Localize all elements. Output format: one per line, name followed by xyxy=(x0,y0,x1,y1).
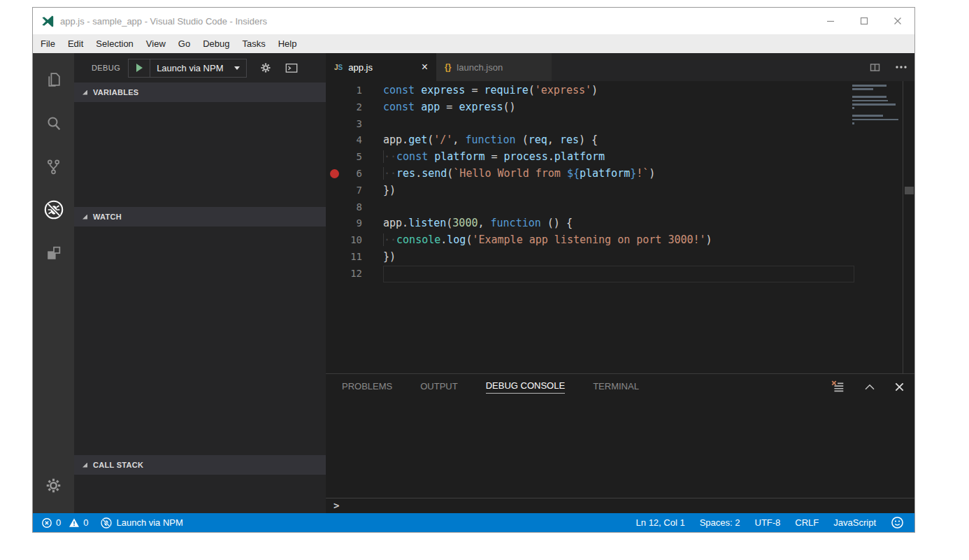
chevron-expanded-icon xyxy=(82,215,87,220)
tab-launch-json[interactable]: {}launch.json xyxy=(436,53,552,81)
breakpoint-gutter[interactable] xyxy=(326,182,343,199)
debug-console-input[interactable]: > xyxy=(326,498,914,513)
sidebar-title: DEBUG xyxy=(92,64,120,72)
line-content: const app = express() xyxy=(362,99,516,116)
configure-gear-icon[interactable] xyxy=(259,62,272,74)
code-line-1[interactable]: 1const express = require('express') xyxy=(326,82,914,99)
status-spaces-2[interactable]: Spaces: 2 xyxy=(700,517,740,528)
open-console-icon[interactable] xyxy=(285,62,299,74)
status-utf-8[interactable]: UTF-8 xyxy=(755,517,781,528)
menu-view[interactable]: View xyxy=(140,34,172,53)
breakpoint-gutter[interactable] xyxy=(326,266,343,282)
section-label: VARIABLES xyxy=(93,88,138,96)
close-tab-icon[interactable]: × xyxy=(422,62,428,73)
breakpoint-gutter[interactable] xyxy=(326,249,343,266)
code-line-10[interactable]: 10··console.log('Example app listening o… xyxy=(326,232,914,249)
breakpoint-gutter[interactable] xyxy=(326,215,343,232)
line-number: 1 xyxy=(343,82,362,99)
prompt-chevron: > xyxy=(333,500,339,511)
status-javascript[interactable]: JavaScript xyxy=(833,517,876,528)
menu-debug[interactable]: Debug xyxy=(196,34,236,53)
scrollbar-thumb[interactable] xyxy=(905,187,914,194)
errors-icon xyxy=(41,517,52,529)
menu-go[interactable]: Go xyxy=(172,34,196,53)
breakpoint-gutter[interactable] xyxy=(326,232,343,249)
window-controls xyxy=(814,8,914,34)
code-line-3[interactable]: 3 xyxy=(326,116,914,133)
panel-tab-output[interactable]: OUTPUT xyxy=(420,381,457,393)
maximize-panel-icon[interactable] xyxy=(863,382,876,392)
bottom-panel: PROBLEMSOUTPUTDEBUG CONSOLETERMINAL > xyxy=(326,373,914,513)
breakpoint-gutter[interactable] xyxy=(326,99,343,116)
code-line-2[interactable]: 2const app = express() xyxy=(326,99,914,116)
breakpoint-icon[interactable] xyxy=(330,169,339,178)
minimap[interactable] xyxy=(852,85,898,130)
debug-no-bug-icon xyxy=(100,517,113,529)
code-line-6[interactable]: 6··res.send(`Hello World from ${platform… xyxy=(326,166,914,182)
menu-edit[interactable]: Edit xyxy=(62,34,89,53)
section-label: WATCH xyxy=(93,213,122,221)
split-editor-icon[interactable] xyxy=(869,62,881,73)
minimize-button[interactable] xyxy=(814,8,847,34)
menu-file[interactable]: File xyxy=(34,34,62,53)
code-line-8[interactable]: 8 xyxy=(326,199,914,216)
menu-tasks[interactable]: Tasks xyxy=(236,34,271,53)
breakpoint-gutter[interactable] xyxy=(326,132,343,149)
json-braces-icon: {} xyxy=(445,62,451,72)
section-watch[interactable]: WATCH xyxy=(74,207,326,227)
code-line-4[interactable]: 4app.get('/', function (req, res) { xyxy=(326,132,914,149)
clear-console-icon[interactable] xyxy=(830,379,845,394)
menu-bar: FileEditSelectionViewGoDebugTasksHelp xyxy=(33,34,914,53)
tab-app-js[interactable]: JSapp.js× xyxy=(326,53,436,81)
code-line-11[interactable]: 11}) xyxy=(326,249,914,266)
close-window-button[interactable] xyxy=(881,8,914,34)
close-panel-icon[interactable] xyxy=(894,382,905,392)
line-number: 3 xyxy=(343,116,362,133)
more-actions-icon[interactable] xyxy=(895,65,907,69)
menu-selection[interactable]: Selection xyxy=(89,34,139,53)
code-line-12[interactable]: 12 xyxy=(326,266,914,282)
breakpoint-gutter[interactable] xyxy=(326,199,343,216)
code-line-5[interactable]: 5··const platform = process.platform xyxy=(326,149,914,166)
chevron-expanded-icon xyxy=(82,463,87,468)
code-line-9[interactable]: 9app.listen(3000, function () { xyxy=(326,215,914,232)
warning-count: 0 xyxy=(83,517,88,528)
problems-status[interactable]: 0 0 xyxy=(41,517,88,529)
extensions-icon[interactable] xyxy=(33,236,74,270)
line-number: 10 xyxy=(343,232,362,249)
breakpoint-gutter[interactable] xyxy=(326,116,343,133)
panel-tab-debug-console[interactable]: DEBUG CONSOLE xyxy=(486,380,565,394)
line-number: 2 xyxy=(343,99,362,116)
status-crlf[interactable]: CRLF xyxy=(795,517,819,528)
code-editor[interactable]: 1const express = require('express')2cons… xyxy=(326,81,914,373)
code-line-7[interactable]: 7}) xyxy=(326,182,914,199)
breakpoint-gutter[interactable] xyxy=(326,82,343,99)
launch-config-label: Launch via NPM xyxy=(157,63,223,73)
search-icon[interactable] xyxy=(33,106,74,140)
debug-no-bug-icon[interactable] xyxy=(33,193,74,227)
explorer-files-icon[interactable] xyxy=(33,63,74,96)
start-debug-button[interactable] xyxy=(129,59,150,77)
breakpoint-gutter[interactable] xyxy=(326,149,343,166)
warnings-icon xyxy=(69,517,80,528)
status-ln-12-col-1[interactable]: Ln 12, Col 1 xyxy=(636,517,685,528)
panel-tab-problems[interactable]: PROBLEMS xyxy=(342,381,392,393)
panel-tab-terminal[interactable]: TERMINAL xyxy=(593,381,639,393)
title-bar: app.js - sample_app - Visual Studio Code… xyxy=(33,8,914,34)
line-number: 7 xyxy=(343,182,362,199)
launch-config-dropdown[interactable]: Launch via NPM xyxy=(150,59,246,77)
maximize-button[interactable] xyxy=(847,8,881,34)
line-content: ··res.send(`Hello World from ${platform}… xyxy=(362,166,655,182)
breakpoint-gutter[interactable] xyxy=(326,166,343,182)
settings-gear-icon[interactable] xyxy=(33,468,74,502)
section-variables[interactable]: VARIABLES xyxy=(74,82,326,102)
menu-help[interactable]: Help xyxy=(272,34,303,53)
section-call-stack[interactable]: CALL STACK xyxy=(74,455,326,475)
activity-bar xyxy=(33,53,74,513)
panel-actions xyxy=(830,379,905,394)
debug-launch-status[interactable]: Launch via NPM xyxy=(100,517,182,529)
feedback-smiley-icon[interactable] xyxy=(891,516,904,529)
section-label: CALL STACK xyxy=(93,461,143,469)
source-control-icon[interactable] xyxy=(33,150,74,183)
overview-ruler xyxy=(903,81,903,373)
